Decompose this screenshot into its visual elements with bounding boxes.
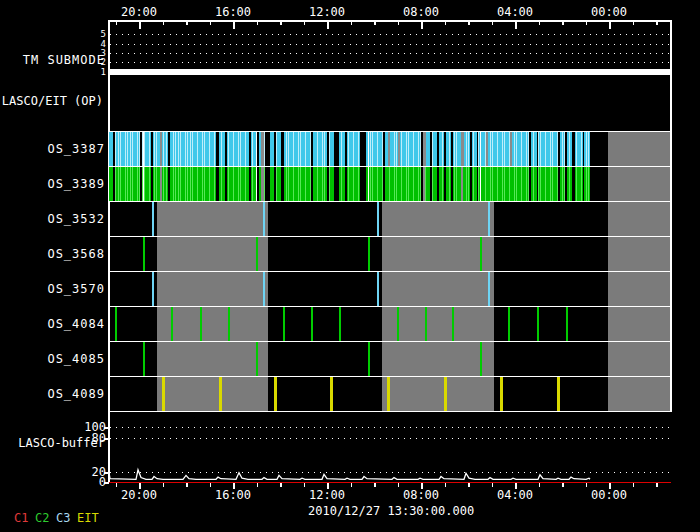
bar-gap xyxy=(565,167,567,201)
top-axis-tick xyxy=(468,20,470,25)
bar-gap xyxy=(281,132,284,166)
grey-availability-block xyxy=(608,307,670,341)
bar-gap xyxy=(565,132,567,166)
event-line xyxy=(425,307,427,341)
bar-gap xyxy=(311,167,313,201)
top-axis-tick xyxy=(609,20,611,29)
event-line xyxy=(219,377,222,411)
event-line xyxy=(143,237,145,271)
grey-availability-block xyxy=(382,342,494,376)
row-label: OS_4089 xyxy=(47,388,105,400)
top-axis-label: 08:00 xyxy=(391,6,451,18)
bar-gap xyxy=(345,167,347,201)
bar-gap xyxy=(529,132,531,166)
event-line xyxy=(397,307,399,341)
event-line xyxy=(537,307,539,341)
event-line xyxy=(557,377,560,411)
tm-dotted-gridline xyxy=(110,34,670,35)
bar-grey-line xyxy=(510,132,512,166)
bar-gap xyxy=(225,132,227,166)
bar-white-line xyxy=(143,132,144,166)
event-line xyxy=(480,342,482,376)
event-line xyxy=(368,342,370,376)
tm-dotted-gridline xyxy=(110,62,670,63)
plot-right-frame xyxy=(670,20,672,412)
bar-gap xyxy=(274,167,276,201)
legend-item-c2: C2 xyxy=(35,512,49,524)
top-axis-tick xyxy=(374,20,376,25)
top-axis-tick xyxy=(351,20,353,25)
top-axis-tick xyxy=(586,20,588,25)
top-axis-tick xyxy=(633,20,635,25)
event-line xyxy=(488,202,490,236)
top-axis-tick xyxy=(492,20,494,25)
bar-gap xyxy=(360,132,366,166)
bar-gap xyxy=(140,167,142,201)
bar-gap xyxy=(274,132,276,166)
top-axis-label: 20:00 xyxy=(109,6,169,18)
bar-gap xyxy=(257,167,259,201)
event-line xyxy=(330,377,333,411)
bar-gap xyxy=(265,132,270,166)
bar-gap xyxy=(470,167,472,201)
bar-gap xyxy=(430,132,432,166)
legend-item-eit: EIT xyxy=(77,512,99,524)
top-axis-tick xyxy=(257,20,259,25)
event-line xyxy=(377,202,379,236)
bar-gap xyxy=(558,132,560,166)
bar-white-line xyxy=(480,167,481,201)
event-line xyxy=(263,272,265,306)
bar-white-line xyxy=(480,132,481,166)
grey-availability-block xyxy=(157,377,268,411)
grey-availability-block xyxy=(608,202,670,236)
bar-gap xyxy=(451,167,453,201)
grey-availability-block xyxy=(382,272,494,306)
grey-availability-block xyxy=(608,132,670,166)
bar-gap xyxy=(334,167,339,201)
bottom-axis-label: 00:00 xyxy=(579,489,639,501)
bottom-axis-label: 20:00 xyxy=(109,489,169,501)
row-label: OS_3387 xyxy=(47,143,105,155)
bottom-axis-label: 04:00 xyxy=(485,489,545,501)
top-axis-tick xyxy=(233,20,235,29)
grey-availability-block xyxy=(157,202,268,236)
event-line xyxy=(152,202,154,236)
bar-gap xyxy=(281,167,284,201)
os-activity-bar xyxy=(109,167,590,201)
top-axis-tick xyxy=(186,20,188,25)
bar-grey-line xyxy=(461,132,464,166)
bar-gap xyxy=(430,167,432,201)
event-line xyxy=(171,307,173,341)
bar-white-line xyxy=(143,167,144,201)
grey-availability-block xyxy=(608,167,670,201)
top-axis-tick xyxy=(327,20,329,29)
timeline-figure: TM SUBMODE LASCO/EIT (OP) LASCO-buffer 2… xyxy=(0,0,700,532)
event-line xyxy=(480,237,482,271)
grey-availability-block xyxy=(382,202,494,236)
event-line xyxy=(283,307,285,341)
grey-availability-block xyxy=(157,307,268,341)
bar-gap xyxy=(583,132,584,166)
top-axis-tick xyxy=(421,20,423,29)
top-axis-label: 00:00 xyxy=(579,6,639,18)
bottom-axis-label: 16:00 xyxy=(203,489,263,501)
bar-gap xyxy=(444,167,446,201)
bar-gap xyxy=(470,132,472,166)
top-axis-tick xyxy=(280,20,282,25)
bottom-axis-label: 12:00 xyxy=(297,489,357,501)
event-line xyxy=(256,342,258,376)
bar-gap xyxy=(537,132,538,166)
bar-grey-line xyxy=(398,132,400,166)
bar-gap xyxy=(451,132,453,166)
bar-grey-line xyxy=(261,167,264,201)
tm-ytick-label: 5 xyxy=(99,30,106,39)
bar-gap xyxy=(249,167,251,201)
bar-gap xyxy=(437,132,439,166)
event-line xyxy=(508,307,510,341)
tm-dotted-gridline xyxy=(110,53,670,54)
row-label: OS_3570 xyxy=(47,283,105,295)
bar-gap xyxy=(334,132,339,166)
top-axis-tick xyxy=(210,20,212,25)
top-axis-tick xyxy=(139,20,141,29)
bar-grey-line xyxy=(388,132,390,166)
